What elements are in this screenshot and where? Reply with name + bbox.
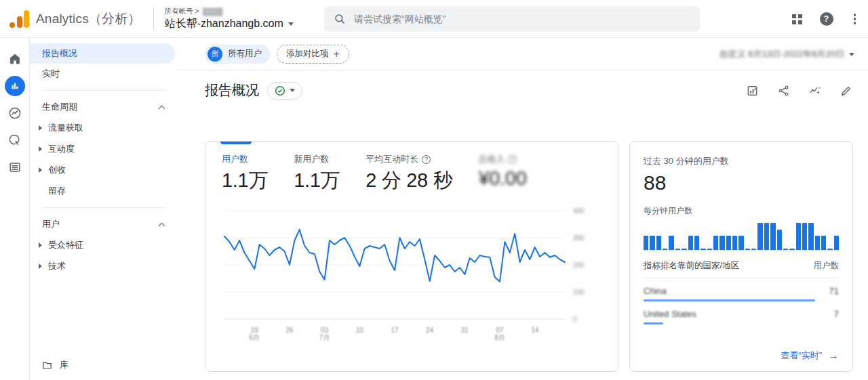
country-users: 7 [834, 309, 839, 319]
configure-icon[interactable] [5, 157, 25, 177]
sidebar-divider [42, 90, 167, 91]
minute-bar [815, 236, 820, 250]
all-users-chip[interactable]: 所 所有用户 [205, 45, 270, 64]
sidebar-item-realtime[interactable]: 实时 [30, 64, 175, 84]
sidebar-item-engagement[interactable]: 互动度 [30, 138, 175, 159]
per-minute-label: 每分钟用户数 [644, 205, 839, 217]
metric-new-users[interactable]: 新用户数 1.1万 [294, 153, 340, 194]
add-comparison-chip[interactable]: 添加对比项 + [277, 45, 349, 64]
comparison-toolbar: 所 所有用户 添加对比项 + 自定义 6月13日-2022年8月20日 [178, 38, 868, 70]
minute-bar [821, 236, 826, 250]
minute-bar [789, 249, 794, 250]
svg-text:6月: 6月 [250, 334, 260, 341]
header-actions: ? [792, 0, 859, 38]
minute-bar [726, 236, 731, 250]
svg-text:10: 10 [356, 326, 364, 334]
sidebar-divider [42, 207, 167, 208]
edit-icon[interactable] [840, 84, 853, 98]
minute-bar [719, 236, 724, 250]
app-header: Analytics（分析） 所有帐号 > ████ 站长帮-zhanzhangb… [0, 0, 868, 38]
metric-tabs: 用户数 1.1万 新用户数 1.1万 平均互动时长 ? 2 分 28 秒 总收入… [222, 142, 601, 194]
help-icon[interactable]: ? [820, 12, 833, 26]
country-bar [644, 322, 663, 324]
date-range-picker[interactable]: 自定义 6月13日-2022年8月20日 [719, 38, 854, 70]
advertising-icon[interactable] [5, 130, 25, 150]
users-per-minute-bar-chart [644, 222, 839, 251]
country-bar [644, 299, 815, 301]
svg-text:19: 19 [251, 326, 259, 334]
sidebar-item-library[interactable]: 库 [30, 354, 175, 376]
sidebar-item-retention[interactable]: 留存 [30, 180, 175, 201]
minute-bar [783, 249, 788, 250]
search-input[interactable] [354, 14, 690, 24]
minute-bar [757, 223, 762, 250]
minute-bar [663, 249, 667, 250]
users-line-chart[interactable]: 4003002001000196月26037月10172431078月14 [222, 203, 603, 346]
minute-bar [827, 249, 832, 250]
date-range-text: 自定义 6月13日-2022年8月20日 [719, 48, 844, 60]
data-quality-pill[interactable] [267, 82, 302, 100]
plus-icon: + [334, 49, 340, 60]
country-row[interactable]: China 71 [644, 286, 839, 301]
report-title-row: 报告概况 [178, 70, 868, 100]
sidebar-item-reports-snapshot[interactable]: 报告概况 [30, 43, 175, 64]
account-breadcrumb: 所有帐号 > [165, 7, 199, 16]
country-row[interactable]: United States 7 [644, 309, 839, 324]
minute-bar [656, 236, 661, 250]
minute-bar [707, 249, 712, 250]
users-overview-card: 用户数 1.1万 新用户数 1.1万 平均互动时长 ? 2 分 28 秒 总收入… [205, 141, 618, 372]
reports-icon[interactable] [5, 76, 25, 96]
expand-arrow-icon [39, 242, 42, 248]
chevron-down-icon [288, 22, 294, 26]
metric-users[interactable]: 用户数 1.1万 [222, 153, 268, 194]
minute-bar [694, 236, 699, 250]
svg-text:7月: 7月 [319, 334, 330, 341]
svg-text:26: 26 [285, 326, 294, 334]
reports-sidebar: 报告概况 实时 生命周期 流量获取 互动度 创收 留存 用户 受众特征 技术 [30, 38, 175, 380]
share-icon[interactable] [777, 84, 791, 98]
customize-report-icon[interactable] [746, 84, 760, 98]
expand-arrow-icon [39, 263, 42, 269]
search-bar[interactable] [324, 6, 700, 32]
minute-bar [650, 236, 654, 250]
analytics-logo-icon[interactable] [9, 10, 29, 28]
svg-text:14: 14 [531, 326, 539, 334]
realtime-card: 过去 30 分钟的用户数 88 每分钟用户数 指标排名靠前的国家/地区 用户数 … [629, 141, 853, 372]
metric-avg-engagement-time[interactable]: 平均互动时长 ? 2 分 28 秒 [366, 153, 452, 194]
account-block: 所有帐号 > ████ 站长帮-zhanzhangb.com [165, 7, 294, 31]
minute-bar [764, 223, 769, 250]
segment-avatar: 所 [208, 47, 222, 62]
minute-bar [701, 249, 705, 250]
minute-bar [834, 236, 839, 250]
insights-icon[interactable] [808, 84, 822, 98]
sidebar-section-lifecycle[interactable]: 生命周期 [30, 97, 175, 117]
product-title: Analytics（分析） [36, 10, 141, 28]
chevron-up-icon [159, 105, 165, 112]
svg-text:300: 300 [573, 234, 585, 242]
sidebar-item-acquisition[interactable]: 流量获取 [30, 117, 175, 138]
home-icon[interactable] [5, 49, 25, 69]
sidebar-item-demographics[interactable]: 受众特征 [30, 234, 175, 255]
minute-bar [713, 236, 718, 250]
sidebar-item-monetization[interactable]: 创收 [30, 159, 175, 180]
sidebar-item-tech[interactable]: 技术 [30, 255, 175, 276]
view-realtime-link[interactable]: 查看“实时” → [781, 350, 839, 362]
folder-icon [41, 360, 53, 371]
expand-arrow-icon [39, 167, 42, 173]
account-name-redacted: ████ [203, 7, 223, 16]
property-selector[interactable]: 站长帮-zhanzhangb.com [165, 17, 294, 31]
diagnostics-grid-icon[interactable] [792, 14, 802, 24]
minute-bar [796, 223, 801, 250]
expand-arrow-icon [39, 146, 42, 152]
explore-icon[interactable] [5, 103, 25, 123]
metric-total-revenue-redacted[interactable]: 总收入 ? ¥0.00 [478, 153, 526, 194]
info-icon: ? [422, 155, 431, 164]
more-menu-icon[interactable] [851, 12, 859, 26]
svg-text:31: 31 [461, 326, 469, 334]
country-users: 71 [829, 286, 839, 296]
realtime-users-value: 88 [644, 171, 839, 194]
sidebar-section-user[interactable]: 用户 [30, 214, 175, 234]
minute-bar [777, 230, 782, 251]
info-icon: ? [508, 155, 517, 164]
minute-bar [688, 236, 693, 250]
